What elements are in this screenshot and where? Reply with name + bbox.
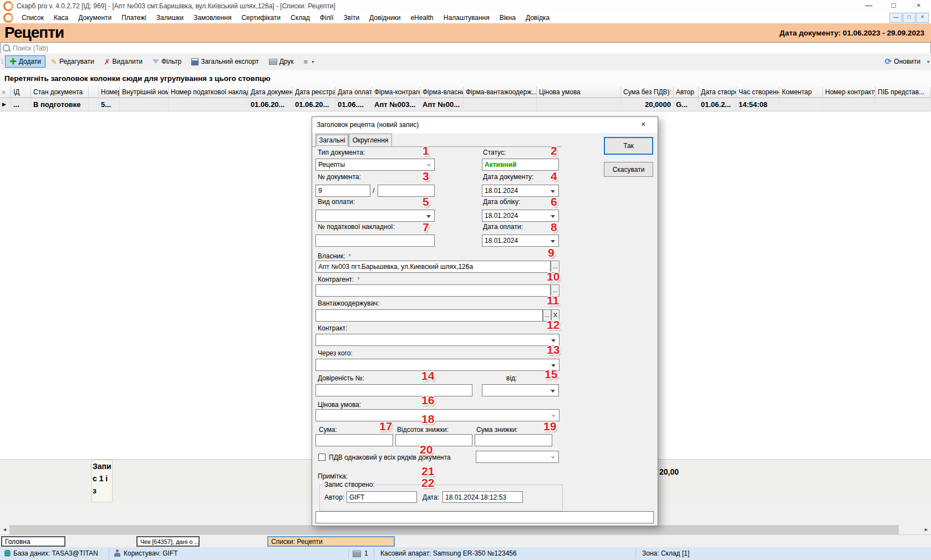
tab-rounding[interactable]: Округлення bbox=[349, 134, 392, 146]
grid-grip-icon[interactable]: ≡ bbox=[0, 86, 11, 98]
column-header-Дата документу[interactable]: Дата документу bbox=[248, 86, 293, 98]
column-header-ПІБ представ...[interactable]: ПІБ представ... bbox=[876, 86, 931, 98]
column-header-Коментар[interactable]: Коментар bbox=[780, 86, 823, 98]
account-date-combo[interactable]: 18.01.2024 bbox=[482, 210, 559, 222]
tab-general[interactable]: Загальні bbox=[316, 134, 349, 147]
column-header-Дата реєстрації[interactable]: Дата реєстрації bbox=[293, 86, 335, 98]
horizontal-scrollbar[interactable]: ◄ ► bbox=[0, 525, 931, 534]
menu-item-Документи[interactable]: Документи bbox=[73, 14, 116, 22]
menu-item-Вікна[interactable]: Вікна bbox=[495, 14, 521, 22]
column-header-Дата оплати[interactable]: Дата оплати bbox=[335, 86, 372, 98]
column-header-Сума без ПДВ):[interactable]: Сума без ПДВ): bbox=[621, 86, 674, 98]
contragent-input[interactable] bbox=[316, 284, 551, 297]
mdi-close-button[interactable]: × bbox=[916, 13, 929, 23]
export-button[interactable]: Загальний експорт bbox=[187, 55, 263, 68]
scroll-left-icon[interactable]: ◄ bbox=[0, 525, 9, 534]
edit-button[interactable]: ✎ Редагувати bbox=[47, 55, 99, 68]
proxy-input[interactable] bbox=[316, 384, 472, 396]
menu-item-Список[interactable]: Список bbox=[17, 14, 49, 22]
add-button[interactable]: ✚ Додати bbox=[5, 55, 45, 68]
required-asterisk: * bbox=[349, 253, 351, 259]
user-icon bbox=[114, 549, 120, 557]
status-value: Активний bbox=[485, 161, 516, 169]
group-by-panel[interactable]: Перетягніть заголовок колонки сюди для у… bbox=[0, 70, 931, 87]
cancel-button[interactable]: Скасувати bbox=[604, 162, 653, 177]
table-row[interactable]: ▶...В подготовке5...01.06.20...01.06.20.… bbox=[0, 99, 931, 111]
column-header-Автор[interactable]: Автор bbox=[674, 86, 699, 98]
price-cond-combo[interactable] bbox=[316, 409, 559, 421]
discount-pct-input[interactable] bbox=[395, 434, 472, 446]
window-tab-home[interactable]: Головна bbox=[1, 536, 65, 547]
statusbar-database: База даних: TASA3@TITAN bbox=[13, 549, 98, 557]
from-combo[interactable] bbox=[482, 384, 559, 396]
column-header-Час створення[interactable]: Час створення bbox=[736, 86, 780, 98]
consignee-input[interactable] bbox=[316, 309, 543, 322]
scroll-right-icon[interactable]: ► bbox=[922, 525, 931, 534]
delete-button[interactable]: ✗ Видалити bbox=[100, 55, 147, 68]
discount-sum-input[interactable] bbox=[475, 434, 552, 446]
column-header-Номер контракту[interactable]: Номер контракту bbox=[823, 86, 876, 98]
column-header-Фірма-контрагент[interactable]: Фірма-контрагент bbox=[372, 86, 420, 98]
menu-bar: СписокКасаДокументиПлатежіЗалишкиЗамовле… bbox=[0, 12, 931, 24]
vat-checkbox[interactable] bbox=[318, 454, 325, 461]
menu-item-Замовлення[interactable]: Замовлення bbox=[189, 14, 236, 22]
menu-item-Каса[interactable]: Каса bbox=[49, 14, 73, 22]
tax-invoice-input[interactable] bbox=[316, 235, 435, 247]
close-button[interactable]: × bbox=[906, 0, 931, 12]
doc-no-input[interactable]: 9 bbox=[316, 185, 370, 197]
column-header-Стан документа[interactable]: Стан документа bbox=[31, 86, 89, 98]
dialog-close-icon[interactable]: × bbox=[637, 120, 650, 130]
export-icon bbox=[191, 58, 199, 65]
consignee-clear-button[interactable]: X bbox=[551, 309, 559, 322]
menu-item-Платежі[interactable]: Платежі bbox=[116, 14, 151, 22]
menu-item-Філії[interactable]: Філії bbox=[315, 14, 339, 22]
menu-item-Склад[interactable]: Склад bbox=[286, 14, 315, 22]
column-header-ІД[interactable]: ІД bbox=[11, 86, 31, 98]
menu-item-eHealth[interactable]: eHealth bbox=[405, 14, 438, 22]
sum-input[interactable] bbox=[316, 434, 393, 446]
row-cell bbox=[89, 99, 99, 110]
search-input[interactable]: Поиск (Tab) bbox=[1, 42, 931, 54]
window-tab-check[interactable]: Чек [64357], дані о ... bbox=[136, 536, 200, 547]
ok-button[interactable]: Так bbox=[604, 137, 653, 155]
scrollbar-thumb[interactable] bbox=[9, 525, 899, 534]
doc-type-combo[interactable]: Рецепты bbox=[316, 159, 435, 171]
maximize-button[interactable]: □ bbox=[881, 0, 906, 12]
refresh-button[interactable]: ⟳ Оновити bbox=[880, 55, 925, 68]
column-header-Фірма-власник[interactable]: Фірма-власник bbox=[420, 86, 464, 98]
owner-browse-button[interactable]: ... bbox=[551, 261, 559, 273]
column-header-Цінова умова[interactable]: Цінова умова bbox=[537, 86, 621, 98]
note-input[interactable] bbox=[316, 511, 654, 523]
menu-item-Звіти[interactable]: Звіти bbox=[339, 14, 365, 22]
column-header-3[interactable] bbox=[89, 86, 99, 98]
print-button[interactable]: Друк bbox=[264, 55, 298, 68]
delete-x-icon: ✗ bbox=[104, 58, 110, 66]
via-combo[interactable] bbox=[316, 359, 559, 371]
column-header-Внутрішній номер[interactable]: Внутрішній номер bbox=[120, 86, 169, 98]
mdi-minimize-button[interactable]: — bbox=[889, 13, 902, 23]
vat-combo[interactable] bbox=[476, 451, 559, 463]
menu-item-Залишки[interactable]: Залишки bbox=[151, 14, 189, 22]
column-header-Дата створе...[interactable]: Дата створе... bbox=[699, 86, 736, 98]
list-options-button[interactable]: ≡ ▾ bbox=[299, 55, 320, 68]
doc-no-suffix-input[interactable] bbox=[378, 185, 435, 197]
menu-item-Налаштування[interactable]: Налаштування bbox=[439, 14, 495, 22]
menu-item-Довідники[interactable]: Довідники bbox=[364, 14, 405, 22]
pay-date-combo[interactable]: 18.01.2024 bbox=[482, 235, 559, 247]
filter-button[interactable]: Фільтр bbox=[148, 55, 186, 68]
minimize-button[interactable]: — bbox=[856, 0, 881, 12]
mdi-restore-button[interactable]: □ bbox=[903, 13, 915, 23]
column-header-Фірма-вантажоодерж...[interactable]: Фірма-вантажоодерж... bbox=[464, 86, 537, 98]
menu-item-Сертифікати[interactable]: Сертифікати bbox=[236, 14, 286, 22]
proxy-label: Довіреність №: bbox=[318, 374, 364, 382]
consignee-browse-button[interactable]: ... bbox=[543, 309, 551, 322]
contragent-browse-button[interactable]: ... bbox=[551, 284, 559, 297]
contract-combo[interactable] bbox=[316, 334, 559, 346]
column-header-Номер[interactable]: Номер bbox=[99, 86, 120, 98]
owner-input[interactable]: Апт №003 пгт.Барышевка, ул.Киевский шлях… bbox=[316, 261, 551, 273]
pay-kind-combo[interactable] bbox=[316, 210, 435, 222]
column-header-Номер податкової накладної[interactable]: Номер податкової накладної bbox=[169, 86, 248, 98]
window-tab-lists-recipes[interactable]: Списки: Рецепти bbox=[267, 536, 395, 547]
doc-date-combo[interactable]: 18.01.2024 bbox=[482, 185, 559, 197]
menu-item-Довідка[interactable]: Довідка bbox=[521, 14, 554, 22]
